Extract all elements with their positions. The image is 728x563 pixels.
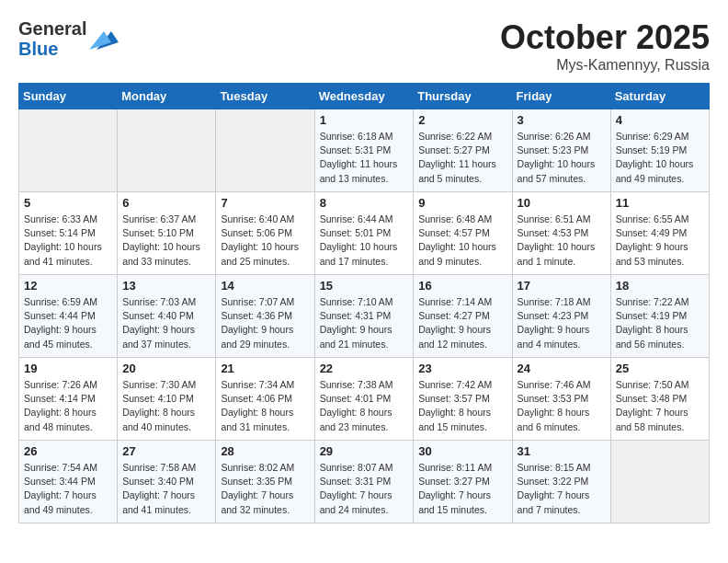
calendar-cell: 15Sunrise: 7:10 AM Sunset: 4:31 PM Dayli… <box>314 275 414 358</box>
calendar-cell: 2Sunrise: 6:22 AM Sunset: 5:27 PM Daylig… <box>414 109 512 192</box>
calendar-cell: 14Sunrise: 7:07 AM Sunset: 4:36 PM Dayli… <box>216 275 314 358</box>
day-info: Sunrise: 7:03 AM Sunset: 4:40 PM Dayligh… <box>122 295 210 351</box>
day-number: 13 <box>122 279 210 293</box>
calendar-cell: 26Sunrise: 7:54 AM Sunset: 3:44 PM Dayli… <box>19 441 118 523</box>
day-number: 10 <box>518 196 606 210</box>
day-info: Sunrise: 7:30 AM Sunset: 4:10 PM Dayligh… <box>122 378 210 434</box>
calendar-cell: 1Sunrise: 6:18 AM Sunset: 5:31 PM Daylig… <box>314 109 414 192</box>
page-header: General Blue October 2025 Mys-Kamennyy, … <box>18 18 710 74</box>
day-info: Sunrise: 6:18 AM Sunset: 5:31 PM Dayligh… <box>320 130 409 186</box>
calendar-cell: 4Sunrise: 6:29 AM Sunset: 5:19 PM Daylig… <box>610 109 709 192</box>
logo-blue: Blue <box>18 39 86 59</box>
day-number: 25 <box>616 362 704 375</box>
calendar-cell: 16Sunrise: 7:14 AM Sunset: 4:27 PM Dayli… <box>414 275 512 358</box>
day-number: 24 <box>518 362 606 375</box>
day-info: Sunrise: 7:22 AM Sunset: 4:19 PM Dayligh… <box>616 295 704 351</box>
calendar-cell: 5Sunrise: 6:33 AM Sunset: 5:14 PM Daylig… <box>19 192 118 275</box>
day-info: Sunrise: 6:33 AM Sunset: 5:14 PM Dayligh… <box>24 213 112 269</box>
day-info: Sunrise: 7:54 AM Sunset: 3:44 PM Dayligh… <box>24 461 112 517</box>
day-info: Sunrise: 7:34 AM Sunset: 4:06 PM Dayligh… <box>221 378 309 434</box>
header-row: SundayMondayTuesdayWednesdayThursdayFrid… <box>19 84 710 109</box>
day-info: Sunrise: 6:44 AM Sunset: 5:01 PM Dayligh… <box>320 213 409 269</box>
calendar-cell: 22Sunrise: 7:38 AM Sunset: 4:01 PM Dayli… <box>314 358 414 441</box>
day-number: 23 <box>418 362 506 375</box>
day-info: Sunrise: 8:07 AM Sunset: 3:31 PM Dayligh… <box>320 461 409 517</box>
day-number: 30 <box>418 444 506 458</box>
week-row-2: 5Sunrise: 6:33 AM Sunset: 5:14 PM Daylig… <box>19 192 710 275</box>
calendar-cell: 13Sunrise: 7:03 AM Sunset: 4:40 PM Dayli… <box>118 275 216 358</box>
day-number: 8 <box>320 196 409 210</box>
calendar-cell: 27Sunrise: 7:58 AM Sunset: 3:40 PM Dayli… <box>118 441 216 523</box>
calendar-cell: 19Sunrise: 7:26 AM Sunset: 4:14 PM Dayli… <box>19 358 118 441</box>
calendar-cell <box>216 109 314 192</box>
day-number: 15 <box>320 279 409 293</box>
day-number: 1 <box>320 113 409 127</box>
day-number: 22 <box>320 362 409 375</box>
day-info: Sunrise: 7:07 AM Sunset: 4:36 PM Dayligh… <box>221 295 309 351</box>
day-number: 27 <box>122 444 210 458</box>
day-number: 5 <box>24 196 112 210</box>
day-info: Sunrise: 7:50 AM Sunset: 3:48 PM Dayligh… <box>616 378 704 434</box>
day-number: 6 <box>122 196 210 210</box>
calendar-cell: 30Sunrise: 8:11 AM Sunset: 3:27 PM Dayli… <box>414 441 512 523</box>
day-info: Sunrise: 7:42 AM Sunset: 3:57 PM Dayligh… <box>418 378 506 434</box>
calendar-cell: 3Sunrise: 6:26 AM Sunset: 5:23 PM Daylig… <box>512 109 610 192</box>
day-info: Sunrise: 6:40 AM Sunset: 5:06 PM Dayligh… <box>221 213 309 269</box>
calendar-cell: 8Sunrise: 6:44 AM Sunset: 5:01 PM Daylig… <box>314 192 414 275</box>
day-number: 29 <box>320 444 409 458</box>
day-number: 3 <box>518 113 606 127</box>
col-header-friday: Friday <box>512 84 610 109</box>
col-header-sunday: Sunday <box>19 84 118 109</box>
day-number: 11 <box>616 196 704 210</box>
day-number: 4 <box>616 113 704 127</box>
day-number: 31 <box>518 444 606 458</box>
calendar-cell: 25Sunrise: 7:50 AM Sunset: 3:48 PM Dayli… <box>610 358 709 441</box>
logo-general: General <box>18 18 86 39</box>
day-number: 26 <box>24 444 112 458</box>
col-header-tuesday: Tuesday <box>216 84 314 109</box>
calendar-cell <box>118 109 216 192</box>
calendar-cell: 28Sunrise: 8:02 AM Sunset: 3:35 PM Dayli… <box>216 441 314 523</box>
calendar-cell: 31Sunrise: 8:15 AM Sunset: 3:22 PM Dayli… <box>512 441 610 523</box>
location: Mys-Kamennyy, Russia <box>500 57 710 74</box>
week-row-5: 26Sunrise: 7:54 AM Sunset: 3:44 PM Dayli… <box>19 441 710 523</box>
col-header-thursday: Thursday <box>414 84 512 109</box>
calendar-cell: 6Sunrise: 6:37 AM Sunset: 5:10 PM Daylig… <box>118 192 216 275</box>
day-number: 18 <box>616 279 704 293</box>
day-number: 28 <box>221 444 309 458</box>
day-info: Sunrise: 7:10 AM Sunset: 4:31 PM Dayligh… <box>320 295 409 351</box>
day-info: Sunrise: 6:59 AM Sunset: 4:44 PM Dayligh… <box>24 295 112 351</box>
day-number: 19 <box>24 362 112 375</box>
day-info: Sunrise: 8:02 AM Sunset: 3:35 PM Dayligh… <box>221 461 309 517</box>
day-info: Sunrise: 8:11 AM Sunset: 3:27 PM Dayligh… <box>418 461 506 517</box>
day-info: Sunrise: 6:26 AM Sunset: 5:23 PM Dayligh… <box>518 130 606 186</box>
week-row-1: 1Sunrise: 6:18 AM Sunset: 5:31 PM Daylig… <box>19 109 710 192</box>
calendar-cell: 29Sunrise: 8:07 AM Sunset: 3:31 PM Dayli… <box>314 441 414 523</box>
col-header-wednesday: Wednesday <box>314 84 414 109</box>
title-block: October 2025 Mys-Kamennyy, Russia <box>500 18 710 74</box>
day-info: Sunrise: 6:22 AM Sunset: 5:27 PM Dayligh… <box>418 130 506 186</box>
day-number: 9 <box>418 196 506 210</box>
calendar-cell: 18Sunrise: 7:22 AM Sunset: 4:19 PM Dayli… <box>610 275 709 358</box>
calendar-cell: 9Sunrise: 6:48 AM Sunset: 4:57 PM Daylig… <box>414 192 512 275</box>
day-info: Sunrise: 7:58 AM Sunset: 3:40 PM Dayligh… <box>122 461 210 517</box>
day-info: Sunrise: 6:51 AM Sunset: 4:53 PM Dayligh… <box>518 213 606 269</box>
day-info: Sunrise: 7:18 AM Sunset: 4:23 PM Dayligh… <box>518 295 606 351</box>
day-info: Sunrise: 7:38 AM Sunset: 4:01 PM Dayligh… <box>320 378 409 434</box>
logo-text: General Blue <box>18 18 119 59</box>
day-info: Sunrise: 8:15 AM Sunset: 3:22 PM Dayligh… <box>518 461 606 517</box>
calendar-cell: 11Sunrise: 6:55 AM Sunset: 4:49 PM Dayli… <box>610 192 709 275</box>
col-header-monday: Monday <box>118 84 216 109</box>
day-number: 7 <box>221 196 309 210</box>
day-number: 12 <box>24 279 112 293</box>
calendar-cell: 12Sunrise: 6:59 AM Sunset: 4:44 PM Dayli… <box>19 275 118 358</box>
calendar-cell: 17Sunrise: 7:18 AM Sunset: 4:23 PM Dayli… <box>512 275 610 358</box>
month-title: October 2025 <box>500 18 710 57</box>
calendar-cell: 23Sunrise: 7:42 AM Sunset: 3:57 PM Dayli… <box>414 358 512 441</box>
calendar-cell <box>610 441 709 523</box>
logo: General Blue <box>18 18 119 59</box>
day-number: 14 <box>221 279 309 293</box>
day-number: 17 <box>518 279 606 293</box>
week-row-3: 12Sunrise: 6:59 AM Sunset: 4:44 PM Dayli… <box>19 275 710 358</box>
day-info: Sunrise: 6:37 AM Sunset: 5:10 PM Dayligh… <box>122 213 210 269</box>
